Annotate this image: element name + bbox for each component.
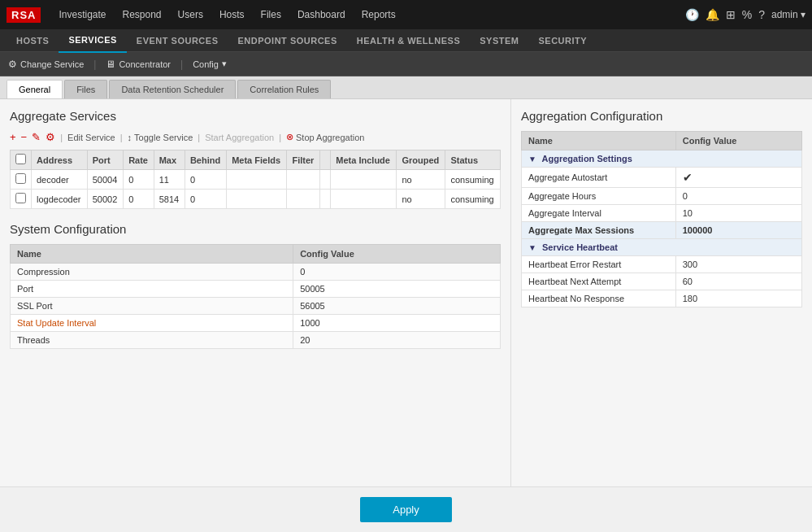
sys-row-val-4: 1000 <box>293 315 501 332</box>
toolbar-sep-3: | <box>198 133 200 142</box>
agg-row-name-5: Heartbeat Error Restart <box>522 256 676 273</box>
change-service-btn[interactable]: ⚙ Change Service <box>8 59 84 70</box>
nav-reports[interactable]: Reports <box>354 0 404 29</box>
config-btn[interactable]: Config ▾ <box>193 59 227 69</box>
expand-icon[interactable]: ▼ <box>528 155 536 164</box>
list-item: Threads 20 <box>11 332 501 349</box>
tab-general[interactable]: General <box>7 80 63 98</box>
tab-files[interactable]: Files <box>64 80 107 98</box>
list-item: Aggregate Hours 0 <box>522 188 802 205</box>
settings-icon[interactable]: ⚙ <box>46 131 55 143</box>
concentrator-btn[interactable]: 🖥 Concentrator <box>106 59 171 70</box>
nav-security-tab[interactable]: SECURITY <box>528 29 597 52</box>
nav-hosts[interactable]: Hosts <box>211 0 253 29</box>
apply-button[interactable]: Apply <box>360 497 452 522</box>
row-filter-1 <box>287 170 320 190</box>
sys-col-value: Config Value <box>293 245 501 264</box>
row-checkbox-1[interactable] <box>15 173 26 184</box>
nav-files[interactable]: Files <box>253 0 289 29</box>
add-icon[interactable]: + <box>10 131 16 143</box>
help-icon[interactable]: ? <box>758 8 765 21</box>
col-meta-include: Meta Include <box>331 150 397 170</box>
row-rate-1: 0 <box>124 170 154 190</box>
nav-dashboard[interactable]: Dashboard <box>289 0 354 29</box>
col-grouped: Grouped <box>397 150 445 170</box>
toggle-service-btn[interactable]: ↕ Toggle Service <box>128 133 193 142</box>
nav-respond[interactable]: Respond <box>115 0 170 29</box>
agg-section-1-label: Aggregation Settings <box>542 154 632 164</box>
percent-icon[interactable]: % <box>742 8 752 21</box>
nav-users[interactable]: Users <box>170 0 211 29</box>
row-status-2: consuming <box>445 190 501 209</box>
remove-icon[interactable]: − <box>21 131 28 143</box>
expand-icon-2[interactable]: ▼ <box>528 243 536 252</box>
agg-row-val-6: 60 <box>675 273 801 290</box>
list-item: Stat Update Interval 1000 <box>11 315 501 332</box>
edit-service-btn[interactable]: Edit Service <box>67 133 115 142</box>
grid-icon[interactable]: ⊞ <box>726 8 736 21</box>
agg-row-name-1: Aggregate Autostart <box>522 168 676 188</box>
config-arrow-icon: ▾ <box>222 59 227 69</box>
edit-icon[interactable]: ✎ <box>32 131 41 143</box>
bell-icon[interactable]: 🔔 <box>706 8 719 21</box>
row-behind-2: 0 <box>185 190 226 209</box>
col-status: Status <box>445 150 501 170</box>
row-port-2: 50002 <box>87 190 123 209</box>
second-nav: HOSTS SERVICES EVENT SOURCES ENDPOINT SO… <box>0 29 812 52</box>
list-item: Port 50005 <box>11 281 501 298</box>
top-nav-right: 🕐 🔔 ⊞ % ? admin ▾ <box>685 8 805 21</box>
agg-row-name-2: Aggregate Hours <box>522 188 676 205</box>
nav-system-tab[interactable]: SYSTEM <box>470 29 528 52</box>
checkmark-icon: ✔ <box>683 171 693 184</box>
col-address: Address <box>32 150 88 170</box>
row-max-1: 11 <box>154 170 185 190</box>
aggregate-services-title: Aggregate Services <box>10 109 501 123</box>
select-all-checkbox[interactable] <box>15 154 26 164</box>
list-item: ▼ Service Heartbeat <box>522 239 802 256</box>
sys-row-val-5: 20 <box>293 332 501 349</box>
nav-health-wellness-tab[interactable]: HEALTH & WELLNESS <box>347 29 470 52</box>
row-rate-2: 0 <box>124 190 154 209</box>
aggregate-services-table: Address Port Rate Max Behind Meta Fields… <box>10 150 501 209</box>
rsa-logo-text: RSA <box>7 7 41 23</box>
col-empty <box>320 150 331 170</box>
concentrator-label: Concentrator <box>119 59 171 69</box>
row-filter-2 <box>287 190 320 209</box>
start-aggregation-btn[interactable]: Start Aggregation <box>205 133 274 142</box>
sys-row-name-5: Threads <box>11 332 293 349</box>
nav-hosts-tab[interactable]: HOSTS <box>7 29 59 52</box>
col-port: Port <box>87 150 123 170</box>
sys-row-name-4: Stat Update Interval <box>11 315 293 332</box>
clock-icon[interactable]: 🕐 <box>685 8 699 21</box>
agg-row-val-5: 300 <box>675 256 801 273</box>
action-toolbar: + − ✎ ⚙ | Edit Service | ↕ Toggle Servic… <box>10 131 501 143</box>
aggregation-config-table: Name Config Value ▼ Aggregation Settings… <box>521 131 802 307</box>
agg-row-val-2: 0 <box>675 188 801 205</box>
concentrator-icon: 🖥 <box>106 59 115 70</box>
system-config-section: System Configuration Name Config Value C… <box>10 222 501 349</box>
agg-row-name-4: Aggregate Max Sessions <box>522 222 676 239</box>
agg-col-value: Config Value <box>675 132 801 150</box>
nav-investigate[interactable]: Investigate <box>50 0 114 29</box>
col-rate: Rate <box>124 150 154 170</box>
sys-row-val-2: 50005 <box>293 281 501 298</box>
col-meta-fields: Meta Fields <box>227 150 287 170</box>
agg-col-name: Name <box>522 132 676 150</box>
stop-aggregation-btn[interactable]: ⊗ Stop Aggregation <box>286 132 364 142</box>
tab-data-retention[interactable]: Data Retention Scheduler <box>109 80 236 98</box>
row-checkbox-2[interactable] <box>15 193 26 203</box>
admin-menu[interactable]: admin ▾ <box>771 9 805 20</box>
nav-services-tab[interactable]: SERVICES <box>59 28 126 53</box>
row-empty-1 <box>320 170 331 190</box>
col-max: Max <box>154 150 185 170</box>
col-behind: Behind <box>185 150 226 170</box>
row-behind-1: 0 <box>185 170 226 190</box>
nav-event-sources-tab[interactable]: EVENT SOURCES <box>127 29 228 52</box>
sep-2: | <box>177 59 186 70</box>
agg-row-name-6: Heartbeat Next Attempt <box>522 273 676 290</box>
tab-correlation-rules[interactable]: Correlation Rules <box>237 80 331 98</box>
tabs-bar: General Files Data Retention Scheduler C… <box>0 76 812 99</box>
row-status-1: consuming <box>445 170 501 190</box>
main-content: Aggregate Services + − ✎ ⚙ | Edit Servic… <box>0 99 812 532</box>
nav-endpoint-sources-tab[interactable]: ENDPOINT SOURCES <box>228 29 346 52</box>
